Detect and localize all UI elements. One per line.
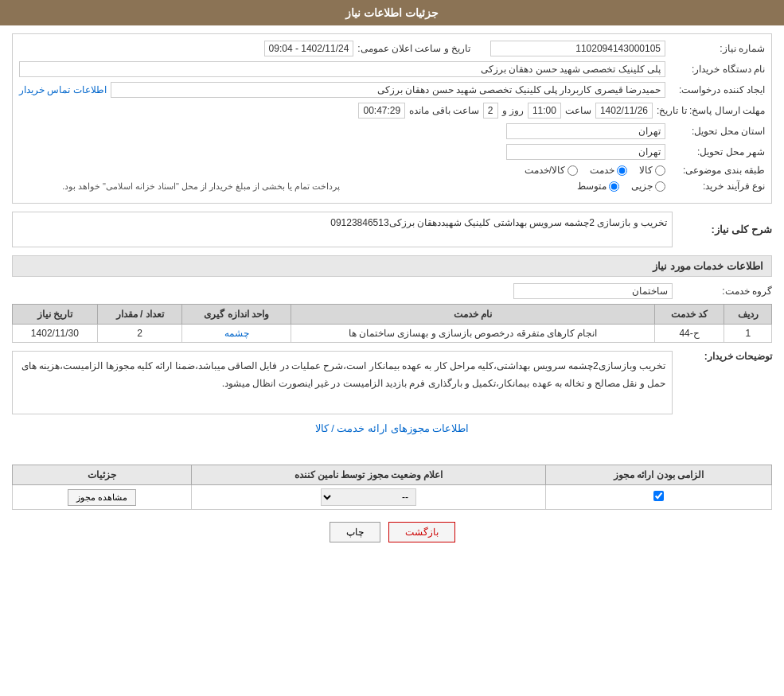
category-label-kala: کالا: [639, 165, 653, 176]
category-option-kala: کالا: [639, 165, 665, 176]
deadline-days: 2: [483, 103, 498, 119]
deadline-time: 11:00: [528, 103, 561, 119]
service-group-label: گروه خدمت:: [677, 286, 772, 297]
cell-need-date: 1402/11/30: [13, 325, 98, 343]
category-radio-khedmat[interactable]: [617, 165, 627, 176]
deadline-time-label: ساعت: [565, 105, 591, 116]
services-table-section: ردیف کد خدمت نام خدمت واحد اندازه گیری ت…: [12, 304, 772, 343]
deadline-days-label: روز و: [502, 105, 524, 116]
deadline-remaining: 00:47:29: [358, 103, 405, 119]
row-city: شهر محل تحویل: تهران: [19, 144, 765, 160]
cell-status: --: [192, 485, 546, 510]
category-option-kala-khedmat: کالا/خدمت: [525, 165, 578, 176]
cell-details: مشاهده مجوز: [13, 485, 192, 510]
row-category: طبقه بندی موضوعی: کالا خدمت کالا/خدمت: [19, 165, 765, 176]
need-number-label: شماره نیاز:: [669, 43, 765, 54]
row-need-number: شماره نیاز: 1102094143000105 تاریخ و ساع…: [19, 41, 765, 56]
cell-service-code: ح-44: [654, 325, 724, 343]
col-details: جزئیات: [13, 465, 192, 485]
category-label-kala-khedmat: کالا/خدمت: [525, 165, 565, 176]
permits-table-section: الزامی بودن ارائه مجوز اعلام وضعیت مجوز …: [12, 465, 772, 510]
col-required: الزامی بودن ارائه مجوز: [546, 465, 772, 485]
deadline-date: 1402/11/26: [595, 103, 653, 119]
row-buyer-notes: توضیحات خریدار: تخریب وبازسازی2چشمه سروی…: [12, 351, 772, 414]
col-quantity: تعداد / مقدار: [97, 305, 182, 325]
permit-table-row: -- مشاهده مجوز: [13, 485, 772, 510]
permits-table: الزامی بودن ارائه مجوز اعلام وضعیت مجوز …: [12, 465, 772, 510]
back-button[interactable]: بازگشت: [388, 522, 455, 542]
row-deadline: مهلت ارسال پاسخ: تا تاریخ: 1402/11/26 سا…: [19, 103, 765, 119]
contact-link[interactable]: اطلاعات تماس خریدار: [19, 84, 107, 95]
cell-service-name: انجام کارهای متفرقه درخصوص بازسازی و بهس…: [291, 325, 655, 343]
purchase-radio-jozi[interactable]: [655, 181, 665, 192]
need-description-value: تخریب و بازسازی 2چشمه سرویس بهداشتی کلین…: [12, 212, 673, 247]
category-option-khedmat: خدمت: [590, 165, 627, 176]
col-service-name: نام خدمت: [291, 305, 655, 325]
announce-label: تاریخ و ساعت اعلان عمومی:: [357, 43, 470, 54]
row-service-group: گروه خدمت: ساختمان: [12, 283, 772, 299]
org-name-label: نام دستگاه خریدار:: [669, 64, 765, 75]
creator-value: حمیدرضا قیصری کاربردار پلی کلینیک تخصصی …: [111, 82, 665, 98]
col-status: اعلام وضعیت مجوز توسط نامین کننده: [192, 465, 546, 485]
required-checkbox[interactable]: [653, 491, 664, 501]
city-value: تهران: [506, 144, 665, 160]
announce-value: 1402/11/24 - 09:04: [264, 41, 354, 56]
purchase-type-radio-group: جزیی متوسط: [345, 181, 666, 192]
row-org-name: نام دستگاه خریدار: پلی کلینیک تخصصی شهید…: [19, 61, 765, 77]
need-description-label: شرح کلی نیاز:: [677, 224, 772, 235]
col-row-num: ردیف: [724, 305, 772, 325]
services-table: ردیف کد خدمت نام خدمت واحد اندازه گیری ت…: [12, 304, 772, 343]
city-label: شهر محل تحویل:: [669, 146, 765, 157]
cell-unit: چشمه: [182, 325, 291, 343]
row-creator: ایجاد کننده درخواست: حمیدرضا قیصری کاربر…: [19, 82, 765, 98]
purchase-radio-motavasset[interactable]: [609, 181, 619, 192]
category-label-khedmat: خدمت: [590, 165, 614, 176]
bottom-buttons: بازگشت چاپ: [12, 522, 772, 542]
row-purchase-type: نوع فرآیند خرید: جزیی متوسط پرداخت تمام …: [19, 181, 765, 192]
category-radio-kala-khedmat[interactable]: [568, 165, 578, 176]
content-area: شماره نیاز: 1102094143000105 تاریخ و ساع…: [0, 25, 784, 562]
page-wrapper: جزئیات اطلاعات نیاز شماره نیاز: 11020941…: [0, 0, 784, 696]
purchase-type-label: نوع فرآیند خرید:: [669, 181, 765, 192]
col-need-date: تاریخ نیاز: [13, 305, 98, 325]
cell-quantity: 2: [97, 325, 182, 343]
need-number-value: 1102094143000105: [490, 41, 665, 56]
org-name-value: پلی کلینیک تخصصی شهید حسن دهقان برزکی: [19, 61, 665, 77]
purchase-note: پرداخت تمام یا بخشی از مبلغ خریدار از مح…: [19, 181, 341, 192]
purchase-label-motavasset: متوسط: [577, 181, 607, 192]
status-dropdown[interactable]: --: [321, 488, 416, 506]
col-unit: واحد اندازه گیری: [182, 305, 291, 325]
need-info-section: شماره نیاز: 1102094143000105 تاریخ و ساع…: [12, 33, 772, 204]
row-need-description: شرح کلی نیاز: تخریب و بازسازی 2چشمه سروی…: [12, 212, 772, 247]
category-radio-kala[interactable]: [655, 165, 665, 176]
service-group-value: ساختمان: [513, 283, 673, 299]
purchase-label-jozi: جزیی: [631, 181, 653, 192]
buyer-notes-text: تخریب وبازسازی2چشمه سرویس بهداشتی،کلیه م…: [12, 351, 673, 414]
category-radio-group: کالا خدمت کالا/خدمت: [19, 165, 665, 176]
page-title: جزئیات اطلاعات نیاز: [345, 6, 439, 19]
table-row: 1 ح-44 انجام کارهای متفرقه درخصوص بازساز…: [13, 325, 772, 343]
cell-required: [546, 485, 772, 510]
row-province: استان محل تحویل: تهران: [19, 123, 765, 139]
creator-label: ایجاد کننده درخواست:: [669, 84, 765, 95]
deadline-remaining-label: ساعت باقی مانده: [409, 105, 479, 116]
province-value: تهران: [506, 123, 665, 139]
permits-section-title: اطلاعات مجوزهای ارائه خدمت / کالا: [12, 422, 772, 434]
buyer-notes-label: توضیحات خریدار:: [677, 351, 772, 362]
cell-row-num: 1: [724, 325, 772, 343]
view-permit-button[interactable]: مشاهده مجوز: [68, 489, 136, 506]
deadline-label: مهلت ارسال پاسخ: تا تاریخ:: [657, 105, 765, 116]
category-label: طبقه بندی موضوعی:: [669, 165, 765, 176]
col-service-code: کد خدمت: [654, 305, 724, 325]
page-header: جزئیات اطلاعات نیاز: [0, 0, 784, 25]
purchase-option-motavasset: متوسط: [577, 181, 619, 192]
print-button[interactable]: چاپ: [330, 522, 380, 542]
purchase-option-jozi: جزیی: [631, 181, 665, 192]
spacer: [12, 441, 772, 465]
province-label: استان محل تحویل:: [669, 126, 765, 137]
services-section-title: اطلاعات خدمات مورد نیاز: [12, 255, 772, 277]
